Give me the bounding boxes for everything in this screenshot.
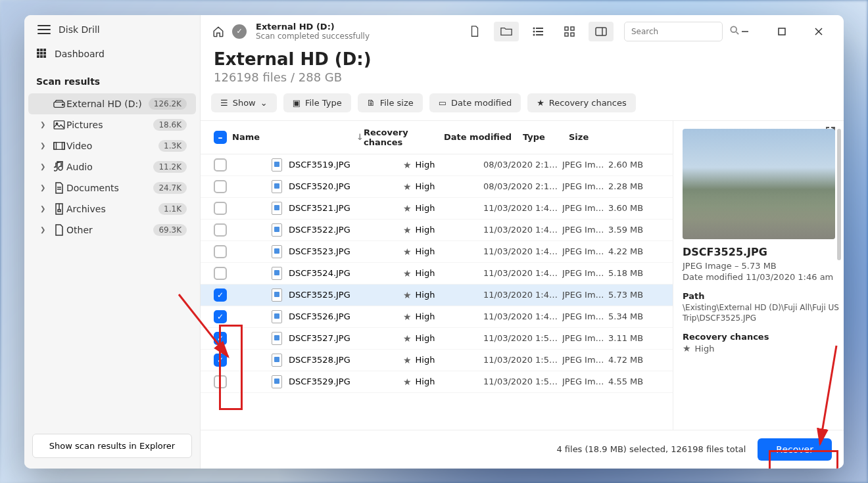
- chevron-down-icon: ⌄: [260, 98, 268, 108]
- table-row[interactable]: DSCF3525.JPG★High11/03/2020 1:46…JPEG Im…: [201, 285, 673, 306]
- file-date: 08/03/2020 2:12…: [483, 160, 562, 170]
- file-recovery: High: [416, 268, 435, 278]
- footer: 4 files (18.9 MB) selected, 126198 files…: [201, 430, 844, 469]
- scan-complete-icon: ✓: [232, 24, 247, 39]
- svg-rect-7: [40, 55, 43, 58]
- filter-file-type[interactable]: ▣ File Type: [283, 93, 351, 112]
- file-type: JPEG Im…: [562, 290, 608, 300]
- show-in-explorer-button[interactable]: Show scan results in Explorer: [32, 434, 192, 458]
- sidebar-item-count: 1.1K: [158, 203, 187, 215]
- view-list-icon[interactable]: [525, 22, 550, 41]
- view-file-icon[interactable]: [462, 22, 487, 41]
- star-icon: ★: [537, 98, 544, 108]
- file-date: 11/03/2020 1:46…: [483, 311, 562, 321]
- file-thumbnail-icon: [272, 354, 282, 367]
- table-row[interactable]: DSCF3524.JPG★High11/03/2020 1:46…JPEG Im…: [201, 263, 673, 285]
- svg-rect-24: [536, 31, 543, 32]
- table-row[interactable]: DSCF3529.JPG★High11/03/2020 1:51…JPEG Im…: [201, 371, 673, 393]
- filter-recovery-chances[interactable]: ★ Recovery chances: [527, 93, 636, 112]
- svg-rect-26: [536, 34, 543, 35]
- row-checkbox[interactable]: [214, 288, 227, 302]
- preview-meta-type: JPEG Image – 5.73 MB: [683, 261, 844, 271]
- search-input[interactable]: [624, 22, 723, 41]
- column-name[interactable]: Name ↓: [232, 132, 364, 142]
- file-name: DSCF3528.JPG: [289, 355, 350, 365]
- sidebar-item-label: External HD (D:): [66, 99, 149, 109]
- minimize-button[interactable]: [731, 22, 760, 41]
- preview-scrollbar[interactable]: [837, 129, 841, 379]
- sidebar-item-external-hd-d-[interactable]: External HD (D:)126.2K: [28, 93, 196, 114]
- row-checkbox[interactable]: [214, 180, 227, 193]
- table-row[interactable]: DSCF3527.JPG★High11/03/2020 1:50…JPEG Im…: [201, 328, 673, 350]
- row-checkbox[interactable]: [214, 354, 227, 367]
- sidebar-item-count: 18.6K: [153, 119, 187, 131]
- file-thumbnail-icon: [272, 245, 282, 258]
- view-split-icon[interactable]: [589, 22, 614, 41]
- file-recovery: High: [416, 377, 435, 386]
- column-date[interactable]: Date modified: [444, 132, 523, 142]
- row-checkbox[interactable]: [214, 310, 227, 323]
- title-section: External HD (D:) 126198 files / 288 GB: [201, 44, 844, 93]
- svg-point-25: [533, 34, 535, 35]
- table-row[interactable]: DSCF3522.JPG★High11/03/2020 1:43…JPEG Im…: [201, 219, 673, 241]
- view-folder-icon[interactable]: [494, 22, 519, 41]
- table-header: Name ↓ Recovery chances Date modified Ty…: [201, 121, 673, 154]
- row-checkbox[interactable]: [214, 223, 227, 237]
- filter-date-modified[interactable]: ▭ Date modified: [429, 93, 521, 112]
- sidebar-item-video[interactable]: ❯Video1.3K: [28, 135, 196, 156]
- star-icon: ★: [403, 290, 412, 300]
- sidebar-item-archives[interactable]: ❯Archives1.1K: [28, 198, 196, 219]
- search-field[interactable]: [631, 27, 730, 36]
- table-row[interactable]: DSCF3520.JPG★High08/03/2020 2:12…JPEG Im…: [201, 176, 673, 198]
- row-checkbox[interactable]: [214, 245, 227, 258]
- file-type: JPEG Im…: [562, 355, 608, 365]
- file-type: JPEG Im…: [562, 268, 608, 278]
- column-type[interactable]: Type: [523, 132, 569, 142]
- recover-button[interactable]: Recover: [758, 438, 832, 461]
- close-button[interactable]: [804, 22, 833, 41]
- filter-show[interactable]: ☰ Show ⌄: [211, 93, 277, 112]
- titlebar: Disk Drill: [24, 15, 200, 41]
- column-size[interactable]: Size: [569, 132, 625, 142]
- home-icon[interactable]: [211, 24, 226, 39]
- file-size: 3.59 MB: [608, 225, 665, 235]
- sidebar-item-documents[interactable]: ❯Documents24.7K: [28, 177, 196, 198]
- preview-path-label: Path: [683, 291, 844, 301]
- file-name: DSCF3529.JPG: [289, 377, 350, 386]
- file-size: 4.22 MB: [608, 246, 665, 256]
- file-recovery: High: [416, 203, 435, 213]
- row-checkbox[interactable]: [214, 202, 227, 215]
- table-row[interactable]: DSCF3521.JPG★High11/03/2020 1:43…JPEG Im…: [201, 198, 673, 219]
- sort-arrow-icon: ↓: [356, 132, 364, 142]
- maximize-button[interactable]: [767, 22, 796, 41]
- table-row[interactable]: DSCF3528.JPG★High11/03/2020 1:50…JPEG Im…: [201, 350, 673, 371]
- svg-rect-29: [565, 33, 568, 36]
- row-checkbox[interactable]: [214, 267, 227, 280]
- sidebar-item-pictures[interactable]: ❯Pictures18.6K: [28, 114, 196, 135]
- menu-icon[interactable]: [37, 25, 51, 34]
- file-name: DSCF3520.JPG: [289, 181, 350, 191]
- filter-file-size[interactable]: 🗎 File size: [358, 93, 423, 112]
- nav-dashboard-label: Dashboard: [55, 49, 105, 59]
- row-checkbox[interactable]: [214, 158, 227, 172]
- table-row[interactable]: DSCF3519.JPG★High08/03/2020 2:12…JPEG Im…: [201, 154, 673, 176]
- row-checkbox[interactable]: [214, 375, 227, 388]
- nav-dashboard[interactable]: Dashboard: [24, 41, 200, 67]
- filter-bar: ☰ Show ⌄ ▣ File Type 🗎 File size ▭ Date …: [201, 93, 844, 120]
- table-row[interactable]: DSCF3526.JPG★High11/03/2020 1:46…JPEG Im…: [201, 306, 673, 328]
- sidebar-item-other[interactable]: ❯Other69.3K: [28, 219, 196, 241]
- view-grid-icon[interactable]: [557, 22, 582, 41]
- file-recovery: High: [416, 181, 435, 191]
- archives-icon: [52, 203, 66, 215]
- row-checkbox[interactable]: [214, 332, 227, 345]
- file-recovery: High: [416, 355, 435, 365]
- sidebar-item-audio[interactable]: ❯Audio11.2K: [28, 156, 196, 177]
- column-recovery[interactable]: Recovery chances: [364, 127, 444, 147]
- select-all-checkbox[interactable]: [214, 131, 227, 144]
- table-row[interactable]: DSCF3523.JPG★High11/03/2020 1:44…JPEG Im…: [201, 241, 673, 263]
- star-icon: ★: [403, 268, 412, 279]
- preview-pane: DSCF3525.JPG JPEG Image – 5.73 MB Date m…: [673, 121, 844, 430]
- file-thumbnail-icon: [272, 288, 282, 302]
- file-date: 11/03/2020 1:43…: [483, 225, 562, 235]
- star-icon: ★: [403, 246, 412, 257]
